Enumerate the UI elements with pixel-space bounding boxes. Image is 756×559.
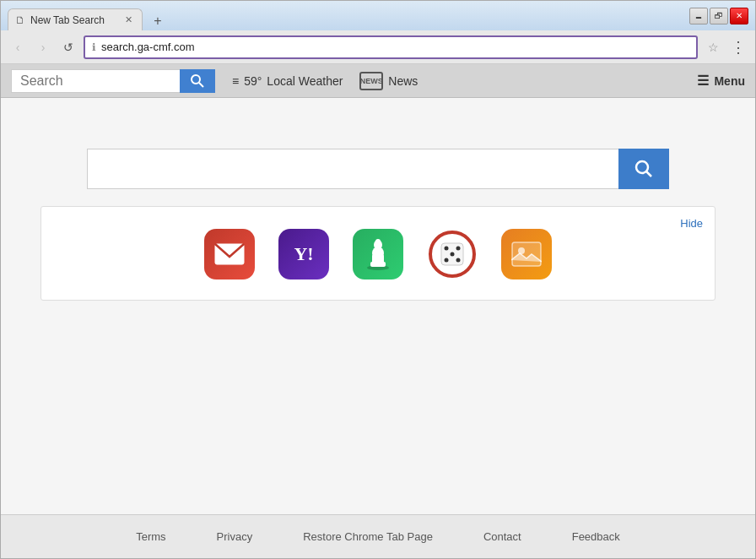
news-icon: NEWS [359, 72, 383, 90]
main-search-box [87, 149, 669, 189]
window-controls: 🗕 🗗 ✕ [689, 8, 748, 24]
maximize-button[interactable]: 🗗 [710, 8, 728, 24]
dice-face-icon [440, 242, 465, 267]
toolbar-search-button[interactable] [180, 69, 215, 93]
quick-link-gmail[interactable] [204, 229, 255, 280]
svg-rect-17 [512, 242, 541, 266]
news-label: News [388, 74, 418, 88]
main-search-icon [634, 160, 653, 178]
quick-link-yahoo[interactable]: Y! [278, 229, 329, 280]
minimize-button[interactable]: 🗕 [689, 8, 708, 24]
main-search-button[interactable] [618, 149, 669, 189]
footer: Terms Privacy Restore Chrome Tab Page Co… [1, 514, 755, 558]
svg-line-3 [646, 171, 651, 176]
gmail-envelope-icon [214, 243, 245, 265]
quick-link-dice[interactable] [427, 229, 478, 280]
dice-icon [427, 229, 478, 280]
svg-point-13 [456, 247, 461, 251]
hamburger-icon: ☰ [697, 73, 709, 89]
yahoo-letter-icon: Y! [294, 243, 313, 265]
url-text: search.ga-cmf.com [101, 41, 689, 53]
yahoo-icon: Y! [278, 229, 329, 280]
info-icon: ℹ [92, 41, 96, 53]
weather-lines-icon: ≡ [232, 74, 239, 88]
address-bar[interactable]: ℹ search.ga-cmf.com [84, 35, 698, 59]
svg-line-1 [199, 83, 203, 87]
photo-frame-icon [511, 242, 542, 267]
quick-link-photos[interactable] [501, 229, 552, 280]
new-tab-button[interactable]: + [146, 12, 170, 30]
footer-privacy[interactable]: Privacy [217, 530, 253, 543]
tab-close-button[interactable]: ✕ [122, 14, 135, 27]
main-search-input[interactable] [87, 149, 618, 189]
weather-widget[interactable]: ≡ 59° Local Weather [232, 74, 343, 88]
svg-point-0 [192, 75, 200, 84]
footer-contact[interactable]: Contact [483, 530, 521, 543]
quick-link-chess[interactable] [353, 229, 403, 280]
weather-temp: 59° [244, 74, 262, 88]
toolbar-search-input[interactable] [11, 69, 180, 93]
chess-icon [353, 229, 403, 280]
dice-circle-icon [429, 231, 476, 278]
svg-point-10 [375, 239, 381, 244]
quick-links-panel: Hide Y! [40, 206, 716, 301]
back-button[interactable]: ‹ [8, 37, 28, 57]
svg-point-12 [445, 247, 449, 251]
page-content: Hide Y! [1, 98, 755, 514]
title-bar: 🗋 New Tab Search ✕ + 🗕 🗗 ✕ [1, 1, 755, 30]
chess-piece-icon [364, 238, 392, 270]
svg-point-2 [636, 161, 648, 173]
footer-feedback[interactable]: Feedback [572, 530, 620, 543]
toolbar: ≡ 59° Local Weather NEWS News ☰ Menu [1, 64, 755, 98]
browser-window: 🗋 New Tab Search ✕ + 🗕 🗗 ✕ ‹ › ↺ ℹ searc… [0, 0, 756, 559]
browser-tab[interactable]: 🗋 New Tab Search ✕ [8, 8, 143, 30]
quick-links-container: Y! [58, 229, 698, 280]
weather-label: Local Weather [267, 74, 343, 88]
nav-bar: ‹ › ↺ ℹ search.ga-cmf.com ☆ ⋮ [1, 30, 755, 64]
refresh-button[interactable]: ↺ [58, 37, 78, 57]
footer-terms[interactable]: Terms [136, 530, 165, 543]
forward-button[interactable]: › [33, 37, 53, 57]
bookmark-button[interactable]: ☆ [703, 37, 723, 57]
news-widget[interactable]: NEWS News [359, 72, 418, 90]
svg-point-16 [456, 258, 461, 263]
svg-point-14 [451, 252, 455, 257]
photos-icon [501, 229, 552, 280]
tab-page-icon: 🗋 [15, 14, 25, 26]
hide-button[interactable]: Hide [680, 217, 703, 230]
gmail-icon [204, 229, 255, 280]
chrome-menu-button[interactable]: ⋮ [728, 37, 748, 57]
toolbar-search-icon [191, 74, 204, 88]
close-button[interactable]: ✕ [730, 8, 748, 24]
tab-area: 🗋 New Tab Search ✕ + [8, 1, 689, 30]
menu-widget[interactable]: ☰ Menu [697, 73, 745, 89]
footer-restore[interactable]: Restore Chrome Tab Page [303, 530, 433, 543]
menu-label: Menu [714, 74, 745, 88]
svg-point-15 [445, 258, 449, 263]
tab-title: New Tab Search [30, 14, 105, 26]
